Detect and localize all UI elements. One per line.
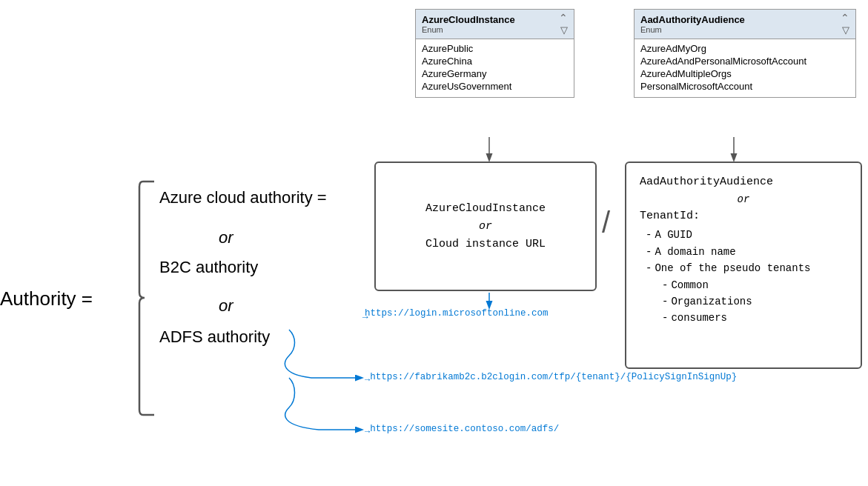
azure-cloud-instance-title: AzureCloudInstance: [422, 14, 515, 25]
list-item: AzureAdMyOrg: [640, 42, 849, 55]
list-item: AzureUsGovernment: [422, 80, 568, 93]
azure-cloud-instance-body: AzurePublic AzureChina AzureGermany Azur…: [416, 39, 574, 97]
diagram-container: AzureCloudInstance Enum ⌃ ▽ AzurePublic …: [0, 0, 868, 486]
list-item: AzureGermany: [422, 67, 568, 80]
authority-label: Authority =: [0, 287, 93, 310]
filter-icon-2: ▽: [842, 24, 849, 36]
azure-cloud-instance-header: AzureCloudInstance Enum ⌃ ▽: [416, 10, 574, 39]
azure-cloud-instance-box: AzureCloudInstance Enum ⌃ ▽ AzurePublic …: [415, 9, 574, 98]
scroll-up-icon: ⌃: [559, 13, 568, 23]
right-box-sublist: -Common -Organizations -consumers: [662, 277, 847, 327]
right-box: AadAuthorityAudience or TenantId: -A GUI…: [625, 162, 862, 369]
slash-divider: /: [602, 206, 610, 239]
or-label-1: or: [219, 228, 233, 247]
list-item: -One of the pseudo tenants: [646, 260, 847, 276]
right-box-title: AadAuthorityAudience: [640, 173, 847, 191]
filter-icon-1: ▽: [560, 24, 568, 36]
adfs-url[interactable]: → https://somesite.contoso.com/adfs/: [365, 424, 370, 437]
middle-box-line1: AzureCloudInstance: [425, 200, 546, 218]
list-item: AzureChina: [422, 55, 568, 67]
middle-box: AzureCloudInstance or Cloud instance URL: [374, 162, 597, 291]
aad-authority-audience-box: AadAuthorityAudience Enum ⌃ ▽ AzureAdMyO…: [634, 9, 856, 98]
list-item: AzurePublic: [422, 42, 568, 55]
list-item: -Common: [662, 277, 847, 293]
big-bracket-svg: [136, 178, 158, 419]
aad-authority-audience-title: AadAuthorityAudience: [640, 14, 745, 25]
adfs-authority-label: ADFS authority: [159, 327, 270, 347]
list-item: AzureAdAndPersonalMicrosoftAccount: [640, 55, 849, 67]
list-item: -Organizations: [662, 293, 847, 310]
right-box-tenant: TenantId:: [640, 207, 847, 225]
list-item: AzureAdMultipleOrgs: [640, 67, 849, 80]
azure-cloud-instance-subtitle: Enum: [422, 25, 515, 34]
list-item: -A domain name: [646, 244, 847, 260]
b2c-url[interactable]: → https://fabrikamb2c.b2clogin.com/tfp/{…: [365, 372, 370, 385]
aad-authority-audience-header: AadAuthorityAudience Enum ⌃ ▽: [635, 10, 855, 39]
right-box-list: -A GUID -A domain name -One of the pseud…: [646, 227, 847, 326]
aad-authority-audience-subtitle: Enum: [640, 25, 745, 34]
or-label-2: or: [219, 296, 233, 316]
scroll-up-icon-2: ⌃: [841, 13, 849, 23]
middle-box-line3: Cloud instance URL: [425, 236, 546, 253]
b2c-authority-label: B2C authority: [159, 258, 258, 277]
middle-box-line2: or: [479, 218, 492, 236]
aad-authority-audience-body: AzureAdMyOrg AzureAdAndPersonalMicrosoft…: [635, 39, 855, 97]
azure-cloud-authority-label: Azure cloud authority =: [159, 188, 327, 207]
login-url-arrow: →: [360, 311, 370, 322]
list-item: -consumers: [662, 310, 847, 326]
list-item: PersonalMicrosoftAccount: [640, 80, 849, 93]
list-item: -A GUID: [646, 227, 847, 243]
right-box-or: or: [640, 191, 847, 207]
